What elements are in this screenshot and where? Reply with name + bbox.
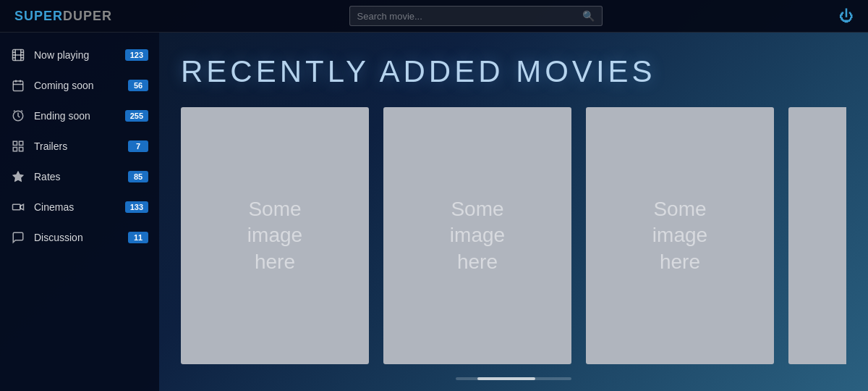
sidebar-item-discussion[interactable]: Discussion 11 xyxy=(0,222,159,253)
sidebar-label-rates: Rates xyxy=(34,171,119,182)
sidebar-label-discussion: Discussion xyxy=(34,232,119,243)
sidebar-item-rates[interactable]: Rates 85 xyxy=(0,161,159,192)
svg-marker-19 xyxy=(20,204,24,210)
star-icon xyxy=(11,169,25,184)
movies-grid: SomeimagehereSomeimagehereSomeimagehereS… xyxy=(181,107,846,364)
sidebar-item-trailers[interactable]: Trailers 7 xyxy=(0,131,159,161)
sidebar-badge-now-playing: 123 xyxy=(125,49,148,61)
sidebar-label-trailers: Trailers xyxy=(34,140,119,152)
sidebar-badge-trailers: 7 xyxy=(128,140,148,152)
svg-rect-13 xyxy=(13,141,17,145)
movie-card-4[interactable]: Someimagehere xyxy=(788,107,846,364)
search-input[interactable] xyxy=(357,11,582,22)
grid-icon xyxy=(11,139,25,154)
clock-icon xyxy=(11,109,25,123)
movie-card-2[interactable]: Someimagehere xyxy=(383,107,571,364)
search-bar[interactable]: 🔍 xyxy=(349,6,603,26)
movie-placeholder-1: Someimagehere xyxy=(247,196,302,275)
sidebar-label-coming-soon: Coming soon xyxy=(34,80,119,91)
sidebar-badge-ending-soon: 255 xyxy=(125,110,148,122)
svg-marker-17 xyxy=(13,172,24,182)
movie-placeholder-2: Someimagehere xyxy=(450,196,505,275)
header: SUPERDUPER 🔍 ⏻ xyxy=(0,0,868,33)
sidebar: Now playing 123 Coming soon 56 Ending so… xyxy=(0,33,159,391)
sidebar-badge-coming-soon: 56 xyxy=(128,80,148,91)
main-content: RECENTLY ADDED MOVIES SomeimagehereSomei… xyxy=(159,33,868,391)
main-layout: Now playing 123 Coming soon 56 Ending so… xyxy=(0,33,868,391)
video-icon xyxy=(11,200,25,214)
sidebar-item-coming-soon[interactable]: Coming soon 56 xyxy=(0,70,159,101)
search-icon: 🔍 xyxy=(582,10,595,22)
movie-card-3[interactable]: Someimagehere xyxy=(586,107,774,364)
sidebar-item-now-playing[interactable]: Now playing 123 xyxy=(0,40,159,70)
sidebar-label-now-playing: Now playing xyxy=(34,49,116,61)
svg-rect-14 xyxy=(20,141,23,145)
movie-card-1[interactable]: Someimagehere xyxy=(181,107,369,364)
movie-placeholder-3: Someimagehere xyxy=(652,196,707,275)
logo: SUPERDUPER xyxy=(14,9,112,24)
svg-rect-16 xyxy=(20,148,23,151)
scroll-thumb xyxy=(477,377,535,380)
calendar-icon xyxy=(11,78,25,93)
logo-super: SUPER xyxy=(14,9,63,23)
sidebar-item-cinemas[interactable]: Cinemas 133 xyxy=(0,192,159,222)
logo-duper: DUPER xyxy=(63,9,112,23)
sidebar-label-cinemas: Cinemas xyxy=(34,201,116,213)
sidebar-badge-rates: 85 xyxy=(128,171,148,182)
sidebar-label-ending-soon: Ending soon xyxy=(34,110,116,122)
chat-icon xyxy=(11,230,25,245)
sidebar-badge-cinemas: 133 xyxy=(125,201,148,213)
sidebar-item-ending-soon[interactable]: Ending soon 255 xyxy=(0,101,159,131)
svg-rect-18 xyxy=(13,204,21,210)
page-title: RECENTLY ADDED MOVIES xyxy=(181,54,846,89)
scroll-indicator[interactable] xyxy=(456,377,571,380)
sidebar-badge-discussion: 11 xyxy=(128,232,148,243)
power-button[interactable]: ⏻ xyxy=(839,8,854,25)
film-icon xyxy=(11,48,25,62)
svg-rect-8 xyxy=(13,81,23,91)
svg-rect-15 xyxy=(13,148,17,151)
